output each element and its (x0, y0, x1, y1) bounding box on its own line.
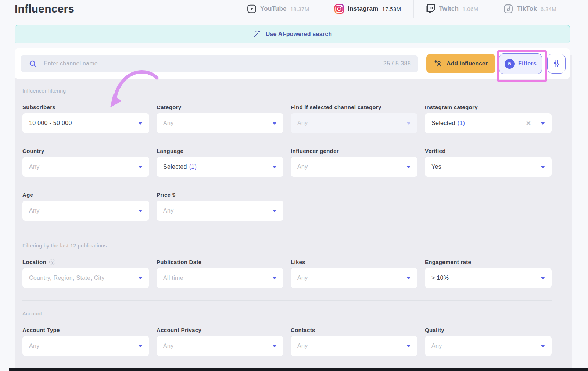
select-value: Any (297, 343, 308, 349)
tab-label: Twitch (439, 5, 459, 13)
add-influencer-button[interactable]: Add influencer (426, 54, 495, 73)
platform-tab-twitch[interactable]: Twitch 1.06M (413, 0, 491, 18)
filter-settings-button[interactable] (547, 54, 566, 74)
verified-label: Verified (425, 148, 552, 154)
select-value: Selected (431, 120, 455, 126)
publications-filter-grid: Location ? Country, Region, State, City … (22, 259, 564, 288)
instagram-icon (334, 4, 344, 14)
search-icon (29, 60, 37, 68)
twitch-icon (426, 4, 435, 13)
select-value: Any (431, 343, 442, 349)
language-select[interactable]: Selected (1) (157, 157, 283, 177)
page-header: Influencers YouTube 18.37M (0, 0, 588, 18)
select-value: Yes (431, 164, 441, 170)
chevron-down-icon (272, 345, 277, 347)
clear-icon[interactable]: ✕ (526, 120, 531, 126)
chevron-down-icon (272, 210, 277, 212)
tab-count: 17.53M (382, 6, 401, 12)
account-type-select[interactable]: Any (22, 336, 149, 356)
age-select[interactable]: Any (22, 201, 149, 221)
chevron-down-icon (541, 122, 545, 125)
select-value: 10 000 - 50 000 (29, 120, 72, 126)
chevron-down-icon (406, 166, 411, 168)
quality-select[interactable]: Any (425, 336, 552, 356)
chevron-down-icon (138, 166, 143, 168)
filter-field-verified: Verified Yes (425, 148, 552, 177)
chevron-down-icon (272, 166, 277, 168)
engagement-rate-select[interactable]: > 10% (425, 268, 552, 288)
filters-button-label: Filters (518, 60, 537, 67)
filter-field-account-privacy: Account Privacy Any (157, 327, 283, 356)
platform-tab-youtube[interactable]: YouTube 18.37M (234, 0, 322, 18)
location-select[interactable]: Country, Region, State, City (22, 268, 149, 288)
filters-button[interactable]: 5 Filters (499, 53, 542, 74)
age-label: Age (22, 192, 149, 198)
publication-date-select[interactable]: All time (157, 268, 283, 288)
ai-search-banner[interactable]: Use AI-powered search (15, 25, 570, 43)
instagram-category-select[interactable]: Selected (1) ✕ (425, 113, 552, 133)
select-value: Selected (163, 164, 187, 170)
likes-label: Likes (291, 259, 417, 265)
help-icon[interactable]: ? (49, 259, 55, 265)
chevron-down-icon (406, 277, 411, 279)
tab-count: 1.06M (462, 6, 478, 12)
filter-field-age: Age Any (22, 192, 149, 221)
chevron-down-icon (541, 345, 545, 347)
quality-label: Quality (425, 327, 552, 333)
chevron-down-icon (272, 277, 277, 279)
language-label: Language (157, 148, 283, 154)
search-box: 25 / 5 388 (21, 55, 418, 72)
section-title-publications: Filtering by the last 12 publications (22, 243, 564, 249)
platform-tab-instagram[interactable]: Instagram 17.53M (322, 0, 413, 18)
selected-count: (1) (189, 164, 197, 170)
bottom-edge-bar (9, 368, 588, 371)
filter-field-subscribers: Subscribers 10 000 - 50 000 (22, 104, 149, 133)
instagram-category-label: Instagram category (425, 104, 552, 110)
subscribers-select[interactable]: 10 000 - 50 000 (22, 113, 149, 133)
filters-count-badge: 5 (505, 59, 514, 69)
verified-select[interactable]: Yes (425, 157, 552, 177)
ai-banner-label: Use AI-powered search (266, 31, 332, 38)
filter-field-influencer-gender: Influencer gender Any (291, 148, 417, 177)
account-privacy-label: Account Privacy (157, 327, 283, 333)
category-select[interactable]: Any (157, 113, 283, 133)
chevron-down-icon (406, 345, 411, 347)
chevron-down-icon (541, 277, 545, 279)
select-value: Any (297, 164, 308, 170)
engagement-rate-label: Engagement rate (425, 259, 552, 265)
filter-field-country: Country Any (22, 148, 149, 177)
select-value: Any (163, 120, 173, 126)
chevron-down-icon (138, 210, 143, 212)
likes-select[interactable]: Any (291, 268, 417, 288)
select-value: All time (163, 275, 183, 281)
price-select[interactable]: Any (157, 201, 283, 221)
page-title: Influencers (15, 3, 74, 15)
filter-field-language: Language Selected (1) (157, 148, 283, 177)
platform-tab-tiktok[interactable]: TikTok 6.34M (491, 0, 569, 18)
influencer-filter-grid: Subscribers 10 000 - 50 000 Category Any… (22, 104, 564, 221)
select-value: > 10% (431, 275, 449, 281)
select-value: Any (297, 275, 308, 281)
filter-field-contacts: Contacts Any (291, 327, 417, 356)
filter-field-publication-date: Publication Date All time (157, 259, 283, 288)
toolbar: 25 / 5 388 Add influencer 5 Filters (15, 48, 570, 79)
search-input[interactable] (44, 60, 383, 67)
chevron-down-icon (541, 166, 545, 168)
contacts-select[interactable]: Any (291, 336, 417, 356)
section-title-influencer-filtering: Influencer filtering (22, 88, 564, 94)
chevron-down-icon (406, 122, 411, 125)
select-value: Any (163, 207, 173, 214)
country-label: Country (22, 148, 149, 154)
find-channel-category-label: Find if selected channel category (291, 104, 417, 110)
account-type-label: Account Type (22, 327, 149, 333)
account-privacy-select[interactable]: Any (157, 336, 283, 356)
account-filter-grid: Account Type Any Account Privacy Any Con… (22, 327, 564, 356)
contacts-label: Contacts (291, 327, 417, 333)
select-value: Any (29, 207, 39, 214)
influencer-gender-select[interactable]: Any (291, 157, 417, 177)
filter-field-instagram-category: Instagram category Selected (1) ✕ (425, 104, 552, 133)
platform-tabs: YouTube 18.37M Instagram 17.53M (234, 0, 569, 18)
tiktok-icon (503, 4, 513, 14)
country-select[interactable]: Any (22, 157, 149, 177)
section-divider (22, 300, 552, 301)
